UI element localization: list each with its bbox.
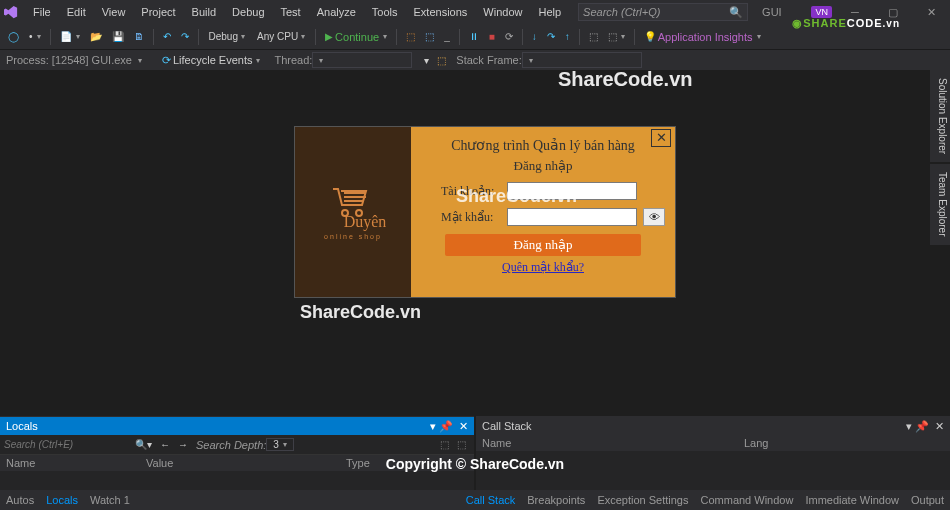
sharecode-logo: ◉SHARECODE.vn: [792, 14, 900, 30]
menu-project[interactable]: Project: [134, 3, 182, 21]
username-label: Tài khoản:: [441, 184, 501, 199]
menu-file[interactable]: File: [26, 3, 58, 21]
tab-watch1[interactable]: Watch 1: [90, 494, 130, 506]
menu-debug[interactable]: Debug: [225, 3, 271, 21]
panel-close-icon[interactable]: ✕: [459, 420, 468, 433]
vs-icon: [4, 5, 18, 19]
menu-build[interactable]: Build: [185, 3, 223, 21]
menu-view[interactable]: View: [95, 3, 133, 21]
stop-button[interactable]: ■: [485, 29, 499, 44]
toolbox-1[interactable]: ⬚: [585, 29, 602, 44]
col-type: Type: [346, 457, 370, 469]
platform-select[interactable]: Any CPU: [252, 29, 310, 44]
locals-header[interactable]: Locals ▾ 📌✕: [0, 417, 474, 435]
show-password-button[interactable]: 👁: [643, 208, 665, 226]
password-label: Mật khẩu:: [441, 210, 501, 225]
opt-icon-2[interactable]: ⬚: [453, 437, 470, 452]
nav-back-button[interactable]: ◯: [4, 29, 23, 44]
tab-callstack[interactable]: Call Stack: [466, 494, 516, 506]
process-label: Process: [12548] GUI.exe: [6, 54, 132, 66]
callstack-columns: Name Lang: [476, 435, 950, 451]
password-input[interactable]: [507, 208, 637, 226]
redo-button[interactable]: ↷: [177, 29, 193, 44]
search-placeholder: Search (Ctrl+Q): [583, 6, 660, 18]
menu-help[interactable]: Help: [531, 3, 568, 21]
col-lang: Lang: [744, 437, 944, 449]
bottom-tab-strip: Autos Locals Watch 1 Call Stack Breakpoi…: [0, 490, 950, 510]
panel-close-icon[interactable]: ✕: [935, 420, 944, 433]
debug-toolbar: Process: [12548] GUI.exe ⟳ Lifecycle Eve…: [0, 50, 950, 70]
opt-icon-1[interactable]: ⬚: [436, 437, 453, 452]
brand-sub: online shop: [324, 233, 382, 240]
col-value: Value: [146, 457, 346, 469]
save-all-button[interactable]: 🗎: [130, 29, 148, 44]
login-form-panel: ✕ Chương trình Quản lý bán hàng Đăng nhậ…: [411, 127, 675, 297]
locals-body: [0, 471, 474, 490]
watermark-3: ShareCode.vn: [300, 302, 421, 323]
pin-icon[interactable]: ▾ 📌: [430, 420, 453, 433]
pin-icon[interactable]: ▾ 📌: [906, 420, 929, 433]
forgot-password-link[interactable]: Quên mật khẩu?: [502, 260, 584, 275]
global-search[interactable]: Search (Ctrl+Q) 🔍: [578, 3, 748, 21]
search-icon[interactable]: 🔍▾: [131, 437, 156, 452]
app-insights-button[interactable]: 💡 Application Insights: [640, 29, 765, 45]
menu-extensions[interactable]: Extensions: [407, 3, 475, 21]
locals-panel: Locals ▾ 📌✕ 🔍▾ ← → Search Depth: 3 ⬚ ⬚ N…: [0, 416, 474, 490]
step-over-button[interactable]: ↷: [543, 29, 559, 44]
continue-button[interactable]: ▶ Continue: [321, 29, 391, 45]
thread-dropdown[interactable]: [312, 52, 412, 68]
open-button[interactable]: 📂: [86, 29, 106, 44]
callstack-body: [476, 451, 950, 490]
nav-forward-button[interactable]: •: [25, 29, 45, 44]
col-name: Name: [482, 437, 744, 449]
search-next-icon[interactable]: →: [174, 437, 192, 452]
tab-exceptions[interactable]: Exception Settings: [597, 494, 688, 506]
toolbox-2[interactable]: ⬚: [604, 29, 629, 44]
tab-command[interactable]: Command Window: [701, 494, 794, 506]
search-depth-select[interactable]: 3: [266, 438, 294, 451]
stack-nav2[interactable]: ⬚: [433, 53, 450, 68]
search-prev-icon[interactable]: ←: [156, 437, 174, 452]
login-brand-panel: Duyên online shop: [295, 127, 411, 297]
step-into-button[interactable]: ↓: [528, 29, 541, 44]
tool-icon-2[interactable]: ⬚: [421, 29, 438, 44]
tool-icon-3[interactable]: _: [440, 29, 454, 44]
locals-columns: Name Value Type: [0, 455, 474, 471]
undo-button[interactable]: ↶: [159, 29, 175, 44]
solution-explorer-tab[interactable]: Solution Explorer: [930, 70, 950, 162]
tab-autos[interactable]: Autos: [6, 494, 34, 506]
tab-locals[interactable]: Locals: [46, 494, 78, 506]
username-input[interactable]: [507, 182, 637, 200]
tab-breakpoints[interactable]: Breakpoints: [527, 494, 585, 506]
stackframe-dropdown[interactable]: [522, 52, 642, 68]
new-item-button[interactable]: 📄: [56, 29, 84, 44]
config-select[interactable]: Debug: [204, 29, 250, 44]
brand-script: Duyên: [344, 213, 387, 231]
bottom-panels: Locals ▾ 📌✕ 🔍▾ ← → Search Depth: 3 ⬚ ⬚ N…: [0, 416, 950, 490]
tab-immediate[interactable]: Immediate Window: [805, 494, 899, 506]
close-button[interactable]: ✕: [916, 6, 946, 19]
menu-tools[interactable]: Tools: [365, 3, 405, 21]
col-name: Name: [6, 457, 146, 469]
login-close-button[interactable]: ✕: [651, 129, 671, 147]
pause-button[interactable]: ⏸: [465, 29, 483, 44]
callstack-panel: Call Stack ▾ 📌✕ Name Lang: [476, 416, 950, 490]
stack-nav1[interactable]: ▾: [420, 53, 433, 68]
menu-window[interactable]: Window: [476, 3, 529, 21]
save-button[interactable]: 💾: [108, 29, 128, 44]
process-dropdown[interactable]: [132, 54, 146, 67]
locals-search-input[interactable]: [4, 439, 131, 450]
restart-button[interactable]: ⟳: [501, 29, 517, 44]
stackframe-label: Stack Frame:: [456, 54, 521, 66]
team-explorer-tab[interactable]: Team Explorer: [930, 164, 950, 244]
tab-output[interactable]: Output: [911, 494, 944, 506]
login-button[interactable]: Đăng nhập: [445, 234, 641, 256]
callstack-header[interactable]: Call Stack ▾ 📌✕: [476, 417, 950, 435]
tool-icon-1[interactable]: ⬚: [402, 29, 419, 44]
lifecycle-dropdown[interactable]: ⟳ Lifecycle Events: [158, 52, 264, 69]
menu-analyze[interactable]: Analyze: [310, 3, 363, 21]
step-out-button[interactable]: ↑: [561, 29, 574, 44]
menu-edit[interactable]: Edit: [60, 3, 93, 21]
menu-test[interactable]: Test: [274, 3, 308, 21]
editor-area: Solution Explorer Team Explorer Duyên on…: [0, 70, 950, 416]
